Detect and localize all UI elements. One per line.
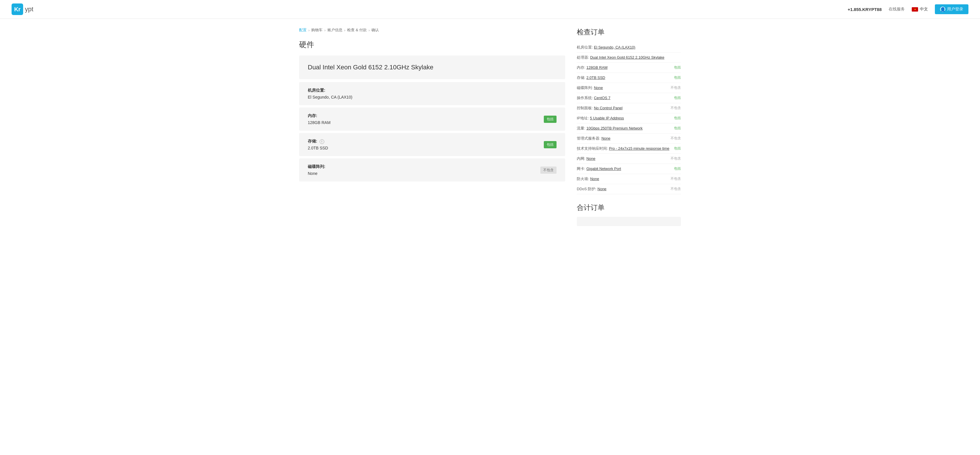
flag-icon: ★ bbox=[912, 7, 918, 11]
order-item-location-value[interactable]: El Segundo, CA (LAX10) bbox=[594, 45, 635, 49]
order-item-ddos: DDoS 防护: None 不包含 bbox=[577, 184, 681, 194]
order-item-firewall-value[interactable]: None bbox=[590, 177, 599, 181]
order-item-bandwidth-label: 流量: 10Gbps 250TB Premium Network bbox=[577, 126, 670, 131]
order-item-os: 操作系统: CentOS 7 包括 bbox=[577, 93, 681, 103]
order-item-memory-value[interactable]: 128GB RAM bbox=[586, 65, 608, 70]
order-item-cpu-label: 处理器: Dual Intel Xeon Gold 6152 2.10GHz S… bbox=[577, 55, 681, 60]
config-item-memory-value: 128GB RAM bbox=[308, 120, 331, 125]
order-item-ddos-value[interactable]: None bbox=[598, 187, 606, 191]
order-item-location-label: 机房位置: El Segundo, CA (LAX10) bbox=[577, 45, 681, 50]
header-right: +1.855.KRYPT88 在线服务 ★ 中文 👤 用户登录 bbox=[848, 4, 969, 14]
memory-included-badge: 包括 bbox=[544, 116, 557, 123]
config-item-raid-value: None bbox=[308, 171, 325, 176]
config-item-memory-label: 内存: bbox=[308, 113, 331, 119]
order-item-raid-status: 不包含 bbox=[670, 85, 681, 90]
logo-letter: Kr bbox=[14, 6, 21, 13]
order-item-storage-value[interactable]: 2.0TB SSD bbox=[586, 75, 605, 80]
order-item-storage-label: 存储: 2.0TB SSD bbox=[577, 75, 670, 80]
product-card: Dual Intel Xeon Gold 6152 2.10GHz Skylak… bbox=[299, 55, 565, 79]
order-item-memory-status: 包括 bbox=[674, 65, 681, 70]
breadcrumb-item-3: 检查 & 付款 bbox=[347, 27, 367, 33]
breadcrumb: 配置 › 购物车 › 账户信息 › 检查 & 付款 › 确认 bbox=[299, 27, 565, 33]
order-summary-title: 合计订单 bbox=[577, 203, 681, 212]
order-item-managed-label: 管理式服务器: None bbox=[577, 136, 667, 141]
config-item-raid-label: 磁碟阵列: bbox=[308, 164, 325, 170]
order-item-location: 机房位置: El Segundo, CA (LAX10) bbox=[577, 43, 681, 52]
order-item-support-status: 包括 bbox=[674, 146, 681, 151]
logo-area: Kr ypt bbox=[11, 3, 33, 15]
order-item-nic-label: 网卡: Gigabit Network Port bbox=[577, 166, 670, 171]
order-item-firewall: 防火墙: None 不包含 bbox=[577, 174, 681, 184]
order-item-support-label: 技术支持响应时间: Pro - 24x7x15 minute response … bbox=[577, 146, 670, 151]
login-label: 用户登录 bbox=[947, 6, 963, 12]
order-item-ip-value[interactable]: 5 Usable IP Address bbox=[590, 116, 624, 120]
order-item-cpu: 处理器: Dual Intel Xeon Gold 6152 2.10GHz S… bbox=[577, 52, 681, 63]
storage-info-icon[interactable]: i bbox=[320, 140, 324, 144]
order-item-memory: 内存: 128GB RAM 包括 bbox=[577, 63, 681, 73]
order-summary-box bbox=[577, 217, 681, 226]
order-item-os-status: 包括 bbox=[674, 95, 681, 100]
order-item-ip-status: 包括 bbox=[674, 116, 681, 120]
header: Kr ypt +1.855.KRYPT88 在线服务 ★ 中文 👤 用户登录 bbox=[0, 0, 980, 19]
logo-icon: Kr bbox=[11, 3, 23, 15]
order-item-managed-status: 不包含 bbox=[670, 136, 681, 141]
order-item-panel-label: 控制面板: No Control Panel bbox=[577, 106, 667, 111]
order-item-ddos-status: 不包含 bbox=[670, 187, 681, 191]
order-item-raid-value[interactable]: None bbox=[594, 86, 603, 90]
storage-included-badge: 包括 bbox=[544, 141, 557, 148]
raid-not-included-badge: 不包含 bbox=[540, 166, 557, 174]
order-item-firewall-status: 不包含 bbox=[670, 176, 681, 181]
breadcrumb-item-0[interactable]: 配置 bbox=[299, 27, 307, 33]
order-item-cpu-value[interactable]: Dual Intel Xeon Gold 6152 2.10GHz Skylak… bbox=[590, 55, 664, 60]
breadcrumb-sep-0: › bbox=[309, 28, 310, 32]
order-item-panel: 控制面板: No Control Panel 不包含 bbox=[577, 103, 681, 113]
user-icon: 👤 bbox=[940, 6, 945, 12]
order-item-managed-value[interactable]: None bbox=[601, 136, 610, 141]
breadcrumb-sep-2: › bbox=[344, 28, 345, 32]
config-item-storage-value: 2.0TB SSD bbox=[308, 146, 328, 150]
right-column: 检查订单 机房位置: El Segundo, CA (LAX10) 处理器: D… bbox=[577, 27, 681, 226]
breadcrumb-sep-3: › bbox=[369, 28, 370, 32]
breadcrumb-item-4: 确认 bbox=[371, 27, 379, 33]
phone-number: +1.855.KRYPT88 bbox=[848, 7, 881, 12]
order-item-managed: 管理式服务器: None 不包含 bbox=[577, 133, 681, 144]
order-review-title: 检查订单 bbox=[577, 27, 681, 37]
order-item-nic-value[interactable]: Gigabit Network Port bbox=[586, 166, 621, 171]
order-item-storage-status: 包括 bbox=[674, 75, 681, 80]
order-item-intranet-label: 内网: None bbox=[577, 156, 667, 161]
order-item-support: 技术支持响应时间: Pro - 24x7x15 minute response … bbox=[577, 144, 681, 154]
language-selector[interactable]: ★ 中文 bbox=[912, 6, 928, 12]
order-item-ddos-label: DDoS 防护: None bbox=[577, 187, 667, 192]
order-item-bandwidth: 流量: 10Gbps 250TB Premium Network 包括 bbox=[577, 124, 681, 133]
login-button[interactable]: 👤 用户登录 bbox=[935, 4, 969, 14]
order-item-storage: 存储: 2.0TB SSD 包括 bbox=[577, 73, 681, 83]
breadcrumb-sep-1: › bbox=[324, 28, 325, 32]
order-item-intranet-status: 不包含 bbox=[670, 156, 681, 161]
logo-text: ypt bbox=[25, 5, 33, 13]
main-container: 配置 › 购物车 › 账户信息 › 检查 & 付款 › 确认 硬件 Dual I… bbox=[288, 19, 692, 235]
order-item-os-label: 操作系统: CentOS 7 bbox=[577, 95, 670, 101]
config-item-storage-label: 存储: i bbox=[308, 139, 328, 144]
config-item-storage-left: 存储: i 2.0TB SSD bbox=[308, 139, 328, 150]
order-item-panel-value[interactable]: No Control Panel bbox=[594, 106, 622, 110]
config-item-memory: 内存: 128GB RAM 包括 bbox=[299, 108, 565, 131]
order-item-ip-label: IP地址: 5 Usable IP Address bbox=[577, 116, 670, 121]
config-item-raid-left: 磁碟阵列: None bbox=[308, 164, 325, 176]
config-item-location: 机房位置: El Segundo, CA (LAX10) bbox=[299, 82, 565, 105]
breadcrumb-item-2: 账户信息 bbox=[328, 27, 342, 33]
order-item-memory-label: 内存: 128GB RAM bbox=[577, 65, 670, 70]
order-item-intranet-value[interactable]: None bbox=[586, 156, 595, 161]
config-item-location-left: 机房位置: El Segundo, CA (LAX10) bbox=[308, 88, 352, 100]
order-item-ip: IP地址: 5 Usable IP Address 包括 bbox=[577, 113, 681, 124]
config-item-storage: 存储: i 2.0TB SSD 包括 bbox=[299, 133, 565, 156]
online-service-link[interactable]: 在线服务 bbox=[889, 6, 905, 12]
order-item-intranet: 内网: None 不包含 bbox=[577, 154, 681, 164]
hardware-title: 硬件 bbox=[299, 40, 565, 50]
order-item-nic-status: 包括 bbox=[674, 166, 681, 171]
order-item-bandwidth-value[interactable]: 10Gbps 250TB Premium Network bbox=[586, 126, 643, 130]
order-item-support-value[interactable]: Pro - 24x7x15 minute response time bbox=[609, 146, 669, 151]
order-item-bandwidth-status: 包括 bbox=[674, 126, 681, 131]
order-item-panel-status: 不包含 bbox=[670, 106, 681, 111]
order-item-os-value[interactable]: CentOS 7 bbox=[594, 96, 610, 100]
config-item-memory-left: 内存: 128GB RAM bbox=[308, 113, 331, 125]
